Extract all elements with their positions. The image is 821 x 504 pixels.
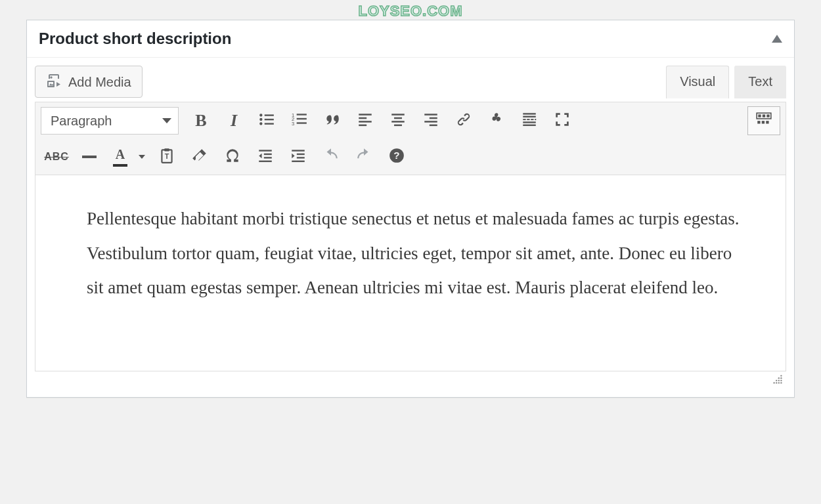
indent-button[interactable] xyxy=(282,143,314,171)
svg-text:T: T xyxy=(165,152,169,160)
align-right-button[interactable] xyxy=(415,107,447,135)
bulleted-list-button[interactable] xyxy=(251,107,282,135)
chevron-down-icon xyxy=(162,118,171,123)
kitchen-sink-icon xyxy=(755,111,772,131)
omega-icon xyxy=(224,147,241,167)
svg-point-1 xyxy=(259,114,262,116)
pinwheel-icon xyxy=(488,111,505,131)
editor-mode-tabs: Visual Text xyxy=(661,66,786,98)
numbered-list-button[interactable]: 123 xyxy=(284,107,315,135)
toolbar-row-1: Paragraph B I 123 xyxy=(35,102,786,139)
add-media-button[interactable]: Add Media xyxy=(35,66,143,98)
svg-rect-8 xyxy=(297,114,307,115)
svg-rect-30 xyxy=(535,119,536,120)
svg-point-53 xyxy=(780,375,782,376)
editor-toolbar: Paragraph B I 123 xyxy=(35,102,786,175)
clipboard-icon: T xyxy=(158,147,175,167)
svg-rect-49 xyxy=(297,157,305,158)
svg-rect-38 xyxy=(762,121,765,123)
svg-rect-35 xyxy=(763,114,765,117)
svg-rect-27 xyxy=(523,119,525,120)
eraser-icon xyxy=(191,147,208,167)
svg-rect-13 xyxy=(359,114,372,115)
svg-text:3: 3 xyxy=(292,121,294,127)
svg-rect-20 xyxy=(394,125,402,126)
blockquote-button[interactable] xyxy=(317,107,348,135)
redo-button[interactable] xyxy=(348,143,380,171)
svg-rect-41 xyxy=(164,148,169,151)
svg-point-57 xyxy=(778,380,780,381)
align-left-icon xyxy=(357,111,374,131)
help-icon: ? xyxy=(388,147,405,167)
svg-point-58 xyxy=(780,380,782,381)
text-color-icon: A xyxy=(113,147,127,167)
strikethrough-button[interactable]: ABC xyxy=(41,143,72,171)
svg-rect-15 xyxy=(359,121,372,122)
svg-rect-10 xyxy=(297,118,307,119)
undo-button[interactable] xyxy=(315,143,347,171)
outdent-icon xyxy=(257,147,274,167)
svg-point-3 xyxy=(259,118,262,121)
read-more-icon xyxy=(521,111,538,131)
horizontal-rule-button[interactable] xyxy=(74,143,105,171)
format-select[interactable]: Paragraph xyxy=(41,107,179,135)
clear-formatting-button[interactable] xyxy=(184,143,215,171)
resize-grip-icon[interactable] xyxy=(772,373,784,388)
blockquote-icon xyxy=(324,111,341,131)
svg-rect-2 xyxy=(265,114,274,116)
add-media-label: Add Media xyxy=(68,75,131,89)
svg-point-61 xyxy=(778,382,780,383)
italic-icon: I xyxy=(231,111,237,131)
svg-rect-26 xyxy=(523,116,536,117)
editor-content-area[interactable]: Pellentesque habitant morbi tristique se… xyxy=(35,175,786,371)
text-color-dropdown[interactable] xyxy=(134,143,150,171)
tab-text[interactable]: Text xyxy=(734,66,786,98)
italic-button[interactable]: I xyxy=(218,107,250,135)
redo-icon xyxy=(355,147,372,167)
svg-rect-47 xyxy=(292,150,305,151)
collapse-toggle-icon[interactable] xyxy=(772,35,782,43)
svg-point-60 xyxy=(776,382,777,383)
svg-rect-39 xyxy=(766,121,768,123)
svg-rect-43 xyxy=(259,150,272,151)
svg-rect-21 xyxy=(424,114,437,115)
svg-text:?: ? xyxy=(393,150,399,161)
insert-more-button[interactable] xyxy=(514,107,545,135)
bulleted-list-icon xyxy=(258,111,275,131)
align-center-button[interactable] xyxy=(382,107,414,135)
svg-rect-31 xyxy=(523,121,536,123)
align-right-icon xyxy=(422,111,439,131)
svg-rect-6 xyxy=(265,123,274,124)
svg-point-56 xyxy=(776,380,777,381)
svg-point-0 xyxy=(50,76,52,78)
special-character-button[interactable] xyxy=(217,143,248,171)
align-left-button[interactable] xyxy=(349,107,381,135)
svg-rect-29 xyxy=(531,119,533,120)
svg-rect-46 xyxy=(259,161,272,162)
insert-link-button[interactable] xyxy=(448,107,479,135)
svg-rect-32 xyxy=(523,125,536,126)
help-button[interactable]: ? xyxy=(381,143,412,171)
svg-rect-34 xyxy=(758,114,761,117)
bold-icon: B xyxy=(195,111,206,131)
svg-rect-48 xyxy=(297,154,305,155)
toolbar-toggle-button[interactable] xyxy=(747,106,780,135)
bold-button[interactable]: B xyxy=(185,107,217,135)
svg-rect-36 xyxy=(766,114,769,117)
svg-rect-44 xyxy=(264,154,272,155)
strikethrough-icon: ABC xyxy=(44,151,69,163)
numbered-list-icon: 123 xyxy=(291,111,308,131)
panel-body: Add Media Visual Text Paragraph B I xyxy=(27,58,794,397)
svg-rect-25 xyxy=(523,113,536,114)
svg-rect-23 xyxy=(424,121,437,122)
toolbar-extra-button[interactable] xyxy=(481,107,512,135)
outdent-button[interactable] xyxy=(250,143,281,171)
svg-point-62 xyxy=(780,382,782,383)
svg-rect-17 xyxy=(391,114,405,115)
svg-rect-22 xyxy=(430,117,437,119)
fullscreen-button[interactable] xyxy=(546,107,578,135)
text-color-button[interactable]: A xyxy=(106,143,134,171)
tab-visual[interactable]: Visual xyxy=(666,66,729,98)
paste-as-text-button[interactable]: T xyxy=(151,143,183,171)
link-icon xyxy=(455,111,472,131)
